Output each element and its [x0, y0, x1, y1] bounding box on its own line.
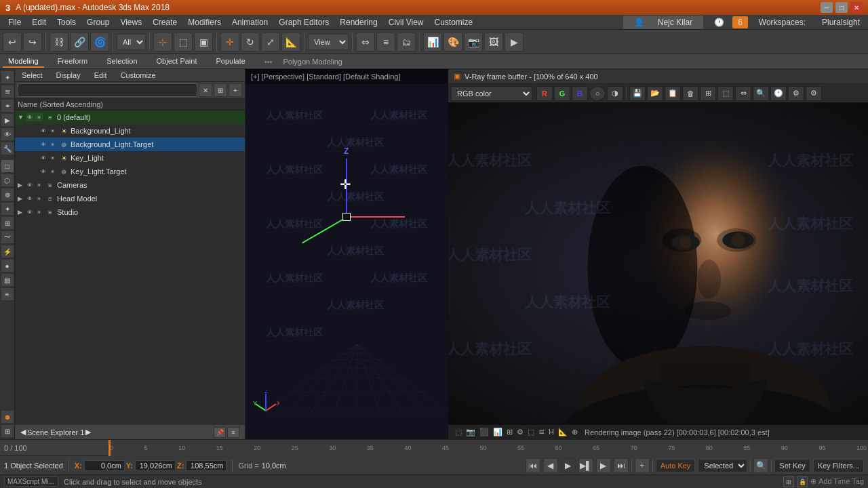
particle-systems[interactable]: ✦: [1, 202, 14, 216]
scene-config-button[interactable]: ≡: [227, 427, 239, 438]
list-item[interactable]: ▼ 👁 ☀ ≡ 0 (default): [15, 110, 245, 124]
add-key-button[interactable]: +: [635, 458, 650, 473]
list-item[interactable]: 👁 ☀ ⊕ Background_Light.Target: [15, 138, 245, 151]
select-window-button[interactable]: ▣: [194, 33, 213, 52]
play-selected-button[interactable]: ▶▌: [578, 458, 593, 473]
filter-select[interactable]: All: [117, 34, 146, 50]
menu-graph-editors[interactable]: Graph Editors: [273, 16, 334, 28]
list-item[interactable]: ▶ 👁 ☀ ≡ Head Model: [15, 192, 245, 205]
vis-render-icon[interactable]: ☀: [35, 113, 43, 121]
vray-tb-icon-11[interactable]: ⊕: [570, 428, 579, 436]
anim-toggle[interactable]: ⏺: [1, 410, 14, 424]
scene-menu-display[interactable]: Display: [52, 70, 85, 80]
rotate-button[interactable]: ↻: [241, 33, 260, 52]
list-item[interactable]: 👁 ☀ ☀ Background_Light: [15, 124, 245, 138]
move-button[interactable]: ✛: [220, 33, 239, 52]
vis-eye-icon[interactable]: 👁: [39, 127, 47, 135]
vray-tb-icon-5[interactable]: ⊞: [505, 428, 514, 436]
list-item[interactable]: 👁 ☀ ⊕ Key_Light.Target: [15, 165, 245, 178]
bind-spacewarp-button[interactable]: 🌀: [90, 33, 109, 52]
selected-dropdown[interactable]: Selected: [698, 459, 747, 472]
list-item[interactable]: ▶ 👁 ☀ ≡ Cameras: [15, 178, 245, 192]
vray-tb-icon-2[interactable]: 📷: [465, 428, 477, 436]
dynamics[interactable]: ⚡: [1, 245, 14, 258]
vray-tb-icon-9[interactable]: H: [547, 428, 555, 436]
tab-object-paint[interactable]: Object Paint: [151, 56, 203, 68]
layer-manager-button[interactable]: 🗂: [397, 33, 416, 52]
tab-selection[interactable]: Selection: [101, 56, 142, 68]
vray-tb-icon-1[interactable]: ⬚: [454, 428, 463, 436]
menu-views[interactable]: Views: [115, 16, 147, 28]
modify-tab[interactable]: ≋: [1, 85, 14, 98]
vis-eye-icon[interactable]: 👁: [26, 113, 34, 121]
redo-button[interactable]: ↪: [23, 33, 42, 52]
minimize-button[interactable]: ─: [821, 2, 833, 13]
vis-eye-icon[interactable]: 👁: [26, 195, 34, 203]
select-region-button[interactable]: ⬚: [174, 33, 193, 52]
vray-copy-btn[interactable]: 📋: [665, 86, 681, 101]
search-icon-btn[interactable]: 🔍: [753, 458, 768, 473]
menu-edit[interactable]: Edit: [26, 16, 52, 28]
menu-tools[interactable]: Tools: [52, 16, 81, 28]
material-editor-button[interactable]: 🎨: [443, 33, 462, 52]
extended-primitives[interactable]: ⬡: [1, 174, 14, 187]
vray-settings-btn[interactable]: ⚙: [806, 86, 822, 101]
scroll-right-icon[interactable]: ▶: [85, 428, 91, 436]
unlink-button[interactable]: 🔗: [70, 33, 89, 52]
standard-primitives[interactable]: □: [1, 159, 14, 173]
list-item[interactable]: ▶ 👁 ☀ ≡ Studio: [15, 205, 245, 219]
tab-modeling[interactable]: Modeling: [3, 56, 44, 68]
open-schematic-button[interactable]: 📊: [423, 33, 442, 52]
vray-g-btn[interactable]: G: [554, 86, 570, 101]
maxscript-mini[interactable]: MAXScript Mi...: [4, 476, 58, 487]
tab-populate[interactable]: Populate: [210, 56, 250, 68]
filter-icon-btn[interactable]: ⊞: [214, 83, 227, 97]
vis-render-icon[interactable]: ☀: [35, 208, 43, 216]
undo-button[interactable]: ↩: [3, 33, 22, 52]
reference-select[interactable]: View: [308, 34, 349, 50]
window-controls[interactable]: ─ □ ✕: [821, 2, 863, 13]
vis-render-icon[interactable]: ☀: [48, 154, 56, 162]
render-setup-button[interactable]: 📷: [464, 33, 483, 52]
vray-tb-icon-10[interactable]: 📐: [557, 428, 569, 436]
render-frame-button[interactable]: 🖼: [484, 33, 503, 52]
more-button[interactable]: ▶: [505, 33, 524, 52]
compound-objects[interactable]: ⊕: [1, 188, 14, 201]
more-tools[interactable]: ▤: [1, 273, 14, 287]
next-key-button[interactable]: ▶: [596, 458, 611, 473]
vray-history-btn[interactable]: 🕐: [770, 86, 787, 101]
vray-b-btn[interactable]: B: [572, 86, 588, 101]
vray-multi-btn[interactable]: ⊞: [700, 86, 716, 101]
prev-key-button[interactable]: ◀: [543, 458, 558, 473]
tab-freeform[interactable]: Freeform: [52, 56, 94, 68]
menu-rendering[interactable]: Rendering: [334, 16, 382, 28]
vis-eye-icon[interactable]: 👁: [39, 140, 47, 148]
vis-render-icon[interactable]: ☀: [35, 195, 43, 203]
vis-eye-icon[interactable]: 👁: [39, 154, 47, 162]
prev-frame-button[interactable]: ⏮: [526, 458, 540, 473]
list-item[interactable]: 👁 ☀ ☀ Key_Light: [15, 151, 245, 165]
vray-save-btn[interactable]: 💾: [629, 86, 646, 101]
vray-tb-icon-8[interactable]: ≋: [537, 428, 546, 436]
next-frame-button[interactable]: ⏭: [614, 458, 629, 473]
menu-animation[interactable]: Animation: [226, 16, 273, 28]
mirror-button[interactable]: ⇔: [356, 33, 375, 52]
timeline-track[interactable]: 0 5 10 15 20 25 30 35 40 45 50 55 60 65 …: [108, 440, 868, 456]
vray-clear-btn[interactable]: 🗑: [682, 86, 698, 101]
create-tab[interactable]: ✦: [1, 70, 14, 84]
align-button[interactable]: ≡: [376, 33, 395, 52]
vray-tb-icon-3[interactable]: ⬛: [478, 428, 490, 436]
maximize-button[interactable]: □: [835, 2, 848, 13]
time-cfg[interactable]: ⊞: [1, 424, 14, 438]
vray-alpha-btn[interactable]: ○: [589, 86, 606, 101]
color-mode-select[interactable]: RGB color: [451, 86, 532, 101]
scale-button[interactable]: ⤢: [261, 33, 280, 52]
scene-search-input[interactable]: [18, 83, 197, 97]
scene-menu-customize[interactable]: Customize: [117, 70, 160, 80]
nurbs[interactable]: 〜: [1, 230, 14, 244]
scene-pin-button[interactable]: 📌: [214, 427, 226, 438]
vis-eye-icon[interactable]: 👁: [39, 167, 47, 176]
play-button[interactable]: ▶: [561, 458, 576, 473]
add-icon-btn[interactable]: +: [229, 83, 242, 97]
select-link-button[interactable]: ⛓: [50, 33, 68, 52]
